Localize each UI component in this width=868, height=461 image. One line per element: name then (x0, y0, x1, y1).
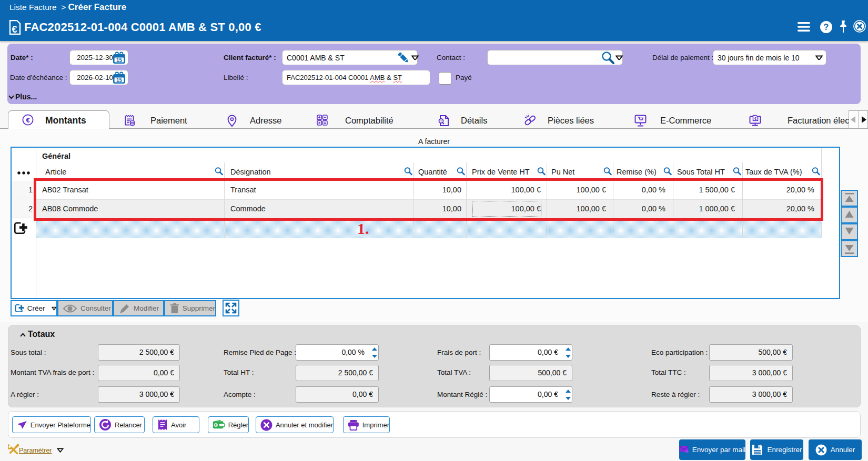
svg-text:€: € (12, 24, 17, 35)
svg-text:15: 15 (116, 77, 123, 83)
svg-text:€: € (215, 423, 217, 427)
svg-text:15: 15 (116, 57, 123, 63)
svg-text:€: € (26, 116, 29, 124)
svg-text:?: ? (824, 23, 829, 32)
